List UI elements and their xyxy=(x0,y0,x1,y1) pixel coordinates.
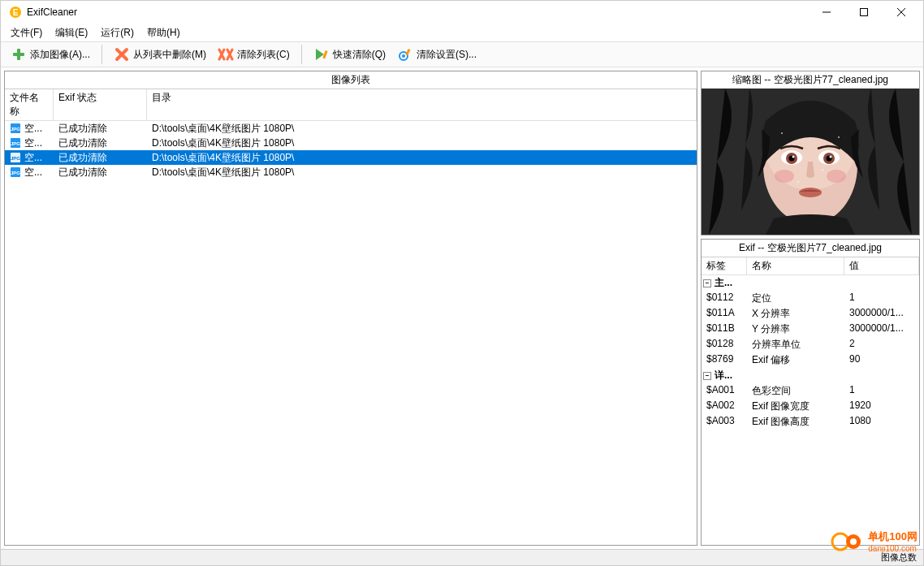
header-directory[interactable]: 目录 xyxy=(147,89,697,120)
jpg-file-icon: JPG xyxy=(10,166,21,178)
settings-label: 清除设置(S)... xyxy=(417,48,477,62)
jpg-file-icon: JPG xyxy=(10,123,21,134)
exif-name: Exif 图像高度 xyxy=(747,415,844,429)
exif-value: 1920 xyxy=(844,400,919,413)
exif-row[interactable]: $8769Exif 偏移90 xyxy=(702,352,919,368)
exif-row[interactable]: $A002Exif 图像宽度1920 xyxy=(702,399,919,414)
status-cell: 已成功清除 xyxy=(54,136,147,150)
exif-header-value[interactable]: 值 xyxy=(844,257,919,274)
directory-cell: D:\tools\桌面\4K壁纸图片 1080P\ xyxy=(147,166,697,179)
image-list-header: 文件名称 Exif 状态 目录 xyxy=(5,89,697,121)
table-row[interactable]: JPG空... 已成功清除 D:\tools\桌面\4K壁纸图片 1080P\ xyxy=(5,136,697,150)
title-bar: E ExifCleaner xyxy=(1,1,923,24)
group-label: 主... xyxy=(715,276,732,290)
quick-label: 快速清除(Q) xyxy=(333,48,386,62)
play-brush-icon xyxy=(313,46,330,63)
right-panel: 缩略图 -- 空极光图片77_cleaned.jpg xyxy=(701,71,920,546)
svg-point-33 xyxy=(827,170,846,183)
image-list-title: 图像列表 xyxy=(5,71,697,89)
exif-row[interactable]: $0112定位1 xyxy=(702,291,919,306)
svg-text:JPG: JPG xyxy=(11,156,20,161)
table-row[interactable]: JPG空... 已成功清除 D:\tools\桌面\4K壁纸图片 1080P\ xyxy=(5,121,697,136)
directory-cell: D:\tools\桌面\4K壁纸图片 1080P\ xyxy=(147,136,697,150)
file-name: 空... xyxy=(24,122,42,136)
menu-help[interactable]: 帮助(H) xyxy=(140,24,187,41)
plus-icon xyxy=(11,46,27,63)
table-row[interactable]: JPG空... 已成功清除 D:\tools\桌面\4K壁纸图片 1080P\ xyxy=(5,150,697,165)
status-text: 图像总数 xyxy=(881,551,917,564)
minimize-button[interactable] xyxy=(808,1,845,24)
image-list-panel: 图像列表 文件名称 Exif 状态 目录 JPG空... 已成功清除 D:\to… xyxy=(4,71,697,546)
directory-cell: D:\tools\桌面\4K壁纸图片 1080P\ xyxy=(147,151,697,165)
window-controls xyxy=(808,1,920,24)
exif-value: 3000000/1... xyxy=(844,322,919,336)
jpg-file-icon: JPG xyxy=(10,137,21,149)
x-icon xyxy=(114,46,130,63)
app-icon: E xyxy=(9,6,22,19)
exif-value: 3000000/1... xyxy=(844,307,919,321)
exif-group-row[interactable]: −主... xyxy=(702,275,919,291)
directory-cell: D:\tools\桌面\4K壁纸图片 1080P\ xyxy=(147,122,697,136)
svg-point-32 xyxy=(775,170,794,183)
header-status[interactable]: Exif 状态 xyxy=(54,89,147,120)
remove-from-list-button[interactable]: 从列表中删除(M) xyxy=(109,45,211,64)
main-area: 图像列表 文件名称 Exif 状态 目录 JPG空... 已成功清除 D:\to… xyxy=(1,67,923,549)
header-filename[interactable]: 文件名称 xyxy=(5,89,54,120)
file-name: 空... xyxy=(24,166,42,179)
exif-row[interactable]: $0128分辨率单位2 xyxy=(702,337,919,352)
menu-edit[interactable]: 编辑(E) xyxy=(49,24,94,41)
gear-brush-icon xyxy=(397,46,413,63)
image-list-body[interactable]: JPG空... 已成功清除 D:\tools\桌面\4K壁纸图片 1080P\ … xyxy=(5,121,697,545)
exif-name: Exif 图像宽度 xyxy=(747,400,844,413)
svg-point-10 xyxy=(402,54,405,58)
svg-text:JPG: JPG xyxy=(11,171,20,175)
exif-header-name[interactable]: 名称 xyxy=(747,257,844,274)
exif-body[interactable]: −主...$0112定位1$011AX 分辨率3000000/1...$011B… xyxy=(702,275,919,545)
svg-point-30 xyxy=(830,156,832,158)
exif-row[interactable]: $011AX 分辨率3000000/1... xyxy=(702,306,919,322)
svg-text:JPG: JPG xyxy=(11,141,20,146)
clear-list-button[interactable]: 清除列表(C) xyxy=(213,45,295,64)
menu-bar: 文件(F) 编辑(E) 运行(R) 帮助(H) xyxy=(1,24,923,41)
svg-point-34 xyxy=(781,132,783,134)
exif-value: 1080 xyxy=(844,415,919,429)
exif-row[interactable]: $A001色彩空间1 xyxy=(702,383,919,399)
thumbnail-section: 缩略图 -- 空极光图片77_cleaned.jpg xyxy=(701,71,920,235)
exif-name: 分辨率单位 xyxy=(747,338,844,352)
exif-group-row[interactable]: −详... xyxy=(702,368,919,383)
exif-name: X 分辨率 xyxy=(747,307,844,321)
table-row[interactable]: JPG空... 已成功清除 D:\tools\桌面\4K壁纸图片 1080P\ xyxy=(5,165,697,179)
maximize-button[interactable] xyxy=(845,1,883,24)
window-title: ExifCleaner xyxy=(27,6,808,18)
exif-name: Exif 偏移 xyxy=(747,353,844,367)
thumbnail-image xyxy=(702,89,919,235)
group-label: 详... xyxy=(715,369,732,382)
toolbar-separator xyxy=(301,45,302,64)
exif-value: 1 xyxy=(844,292,919,305)
status-cell: 已成功清除 xyxy=(54,151,147,165)
svg-rect-7 xyxy=(13,53,24,56)
exif-value: 90 xyxy=(844,353,919,367)
svg-rect-3 xyxy=(861,9,868,16)
add-image-button[interactable]: 添加图像(A)... xyxy=(6,45,95,64)
collapse-icon[interactable]: − xyxy=(703,279,711,287)
exif-tag: $A001 xyxy=(702,384,747,398)
add-image-label: 添加图像(A)... xyxy=(30,48,90,62)
svg-point-35 xyxy=(838,136,840,138)
clear-label: 清除列表(C) xyxy=(237,48,290,62)
clean-settings-button[interactable]: 清除设置(S)... xyxy=(392,45,481,64)
exif-tag: $0128 xyxy=(702,338,747,352)
close-button[interactable] xyxy=(883,1,920,24)
exif-header-tag[interactable]: 标签 xyxy=(702,257,747,274)
quick-clean-button[interactable]: 快速清除(Q) xyxy=(309,45,391,64)
menu-file[interactable]: 文件(F) xyxy=(4,24,49,41)
svg-text:JPG: JPG xyxy=(11,127,20,132)
file-name: 空... xyxy=(24,151,42,165)
status-bar: 图像总数 xyxy=(1,549,923,565)
exif-row[interactable]: $A003Exif 图像高度1080 xyxy=(702,414,919,430)
exif-row[interactable]: $011BY 分辨率3000000/1... xyxy=(702,322,919,337)
jpg-file-icon: JPG xyxy=(10,152,21,163)
menu-run[interactable]: 运行(R) xyxy=(94,24,140,41)
exif-value: 1 xyxy=(844,384,919,398)
collapse-icon[interactable]: − xyxy=(703,372,711,380)
